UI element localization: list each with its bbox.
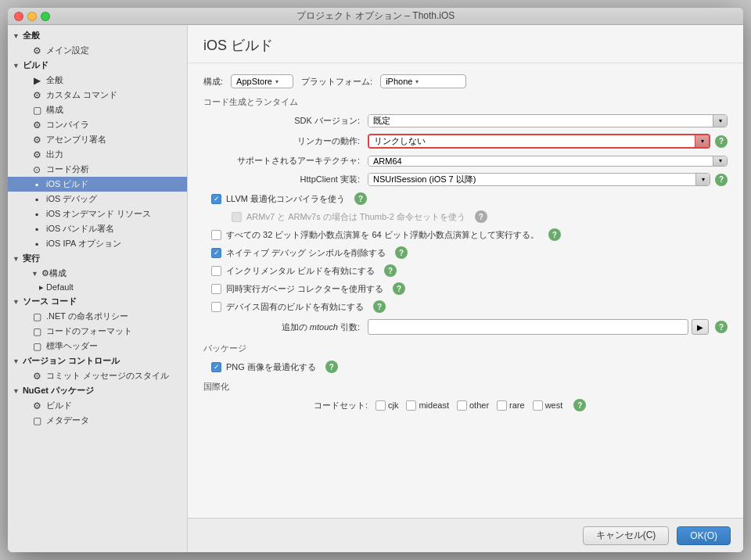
arrow-icon: ▼: [13, 62, 20, 70]
sidebar-group-build[interactable]: ▼ ビルド: [8, 58, 187, 73]
llvm-opt-checkbox[interactable]: [211, 194, 221, 204]
sidebar-group-run[interactable]: ▼ 実行: [8, 251, 187, 266]
mideast-checkbox[interactable]: [406, 400, 416, 411]
sidebar-item-nuget-build[interactable]: ⚙ ビルド: [8, 398, 187, 413]
native-debug-checkbox[interactable]: [211, 248, 221, 258]
ok-button[interactable]: OK(O): [677, 526, 731, 545]
mtouch-help-button[interactable]: ?: [715, 321, 728, 333]
sidebar-item-output[interactable]: ⚙ 出力: [8, 147, 187, 162]
mtouch-expand-button[interactable]: ▶: [692, 319, 709, 335]
sidebar-item-ios-ondemand[interactable]: ▪ iOS オンデマンド リソース: [8, 206, 187, 221]
sidebar-group-source[interactable]: ▼ ソース コード: [8, 294, 187, 309]
sidebar-item-assembly-signing[interactable]: ⚙ アセンブリ署名: [8, 132, 187, 147]
close-button[interactable]: [14, 12, 23, 21]
png-opt-checkbox[interactable]: [211, 362, 221, 372]
sidebar-item-main-settings[interactable]: ⚙ メイン設定: [8, 43, 187, 58]
square-icon: ▪: [31, 194, 42, 205]
float64-row: すべての 32 ビット浮動小数点演算を 64 ビット浮動小数点演算として実行する…: [203, 228, 728, 241]
incremental-build-checkbox[interactable]: [211, 266, 221, 276]
sidebar-item-code-format[interactable]: ▢ コードのフォーマット: [8, 324, 187, 339]
platform-value: iPhone: [386, 77, 412, 86]
device-build-checkbox[interactable]: [211, 302, 221, 312]
sidebar: ▼ 全般 ⚙ メイン設定 ▼ ビルド ▶ 全般 ⚙ カスタム コマンド ▢: [8, 25, 188, 552]
west-checkbox[interactable]: [533, 400, 543, 411]
sidebar-item-std-header[interactable]: ▢ 標準ヘッダー: [8, 339, 187, 354]
png-help-button[interactable]: ?: [325, 361, 338, 373]
arrow-icon: ▼: [13, 357, 20, 365]
gear-icon: ⚙: [31, 149, 42, 160]
concurrent-gc-help-button[interactable]: ?: [393, 282, 405, 295]
titlebar: プロジェクト オプション – Thoth.iOS: [8, 8, 743, 25]
minimize-button[interactable]: [27, 12, 37, 21]
codeset-mideast: mideast: [406, 400, 449, 411]
linker-help-button[interactable]: ?: [715, 135, 728, 148]
httpclient-help-button[interactable]: ?: [715, 174, 728, 186]
sidebar-item-run-config[interactable]: ▼ ⚙ 構成: [8, 266, 187, 281]
other-checkbox[interactable]: [457, 400, 467, 411]
chevron-down-icon[interactable]: ▾: [713, 156, 727, 166]
native-debug-help-button[interactable]: ?: [395, 246, 408, 259]
cjk-checkbox[interactable]: [376, 400, 386, 411]
sidebar-item-config[interactable]: ▢ 構成: [8, 102, 187, 117]
chevron-down-icon[interactable]: ▾: [695, 135, 709, 147]
config-value: AppStore: [236, 77, 272, 86]
sidebar-item-ios-debug[interactable]: ▪ iOS デバッグ: [8, 192, 187, 206]
linker-action-control: リンクしない ▾ ?: [368, 134, 728, 149]
thumb2-checkbox[interactable]: [232, 212, 242, 222]
main-window: プロジェクト オプション – Thoth.iOS ▼ 全般 ⚙ メイン設定 ▼ …: [8, 8, 743, 552]
httpclient-select[interactable]: NSUrlSession (iOS 7 以降) ▾: [368, 173, 710, 186]
gear-icon: ⚙: [31, 90, 42, 101]
arch-select[interactable]: ARM64 ▾: [368, 156, 728, 167]
sidebar-item-ios-bundle-signing[interactable]: ▪ iOS バンドル署名: [8, 221, 187, 236]
sidebar-item-label: iOS デバッグ: [46, 193, 97, 205]
sidebar-item-nuget-meta[interactable]: ▢ メタデータ: [8, 413, 187, 428]
arrow-icon: ▼: [13, 387, 20, 395]
platform-dropdown[interactable]: iPhone ▾: [380, 74, 466, 88]
sidebar-item-dotnet-naming[interactable]: ▢ .NET の命名ポリシー: [8, 309, 187, 324]
sidebar-item-custom-commands[interactable]: ⚙ カスタム コマンド: [8, 88, 187, 102]
thumb2-label: ARMv7 と ARMv7s の場合は Thumb-2 命令セットを使う: [246, 211, 465, 223]
gear-icon: ⚙: [31, 135, 42, 145]
device-build-help-button[interactable]: ?: [373, 300, 386, 313]
chevron-down-icon: ▾: [275, 78, 278, 85]
config-icon: ▢: [31, 105, 42, 116]
gear-icon: ⚙: [31, 120, 42, 131]
circle-icon: ⊙: [31, 164, 42, 175]
mtouch-input[interactable]: [368, 319, 688, 335]
float64-checkbox[interactable]: [211, 230, 221, 240]
sidebar-group-nuget[interactable]: ▼ NuGet パッケージ: [8, 383, 187, 398]
cancel-button[interactable]: キャンセル(C): [583, 526, 670, 545]
sidebar-item-build-general[interactable]: ▶ 全般: [8, 73, 187, 88]
linker-action-row: リンカーの動作: リンクしない ▾ ?: [203, 134, 728, 149]
codegen-section-label: コード生成とランタイム: [203, 96, 728, 108]
incremental-help-button[interactable]: ?: [384, 264, 397, 277]
sidebar-item-label: iOS バンドル署名: [46, 223, 114, 235]
sidebar-item-code-analysis[interactable]: ⊙ コード分析: [8, 162, 187, 177]
doc-icon: ▢: [31, 311, 42, 322]
chevron-down-icon[interactable]: ▾: [695, 174, 710, 185]
incremental-build-label: インクリメンタル ビルドを有効にする: [226, 265, 375, 277]
sidebar-item-run-default[interactable]: ▸ Default: [8, 281, 187, 294]
float64-help-button[interactable]: ?: [548, 228, 561, 241]
intl-help-button[interactable]: ?: [573, 399, 586, 411]
chevron-down-icon[interactable]: ▾: [713, 115, 727, 127]
thumb2-help-button[interactable]: ?: [475, 210, 487, 223]
codeset-label: コードセット:: [211, 400, 368, 411]
config-dropdown[interactable]: AppStore ▾: [231, 74, 293, 88]
chevron-down-icon: ▾: [415, 78, 419, 85]
sidebar-item-compiler[interactable]: ⚙ コンパイラ: [8, 117, 187, 132]
sidebar-group-vcs[interactable]: ▼ バージョン コントロール: [8, 354, 187, 368]
sdk-version-select[interactable]: 既定 ▾: [368, 114, 728, 127]
native-debug-row: ネイティブ デバッグ シンボルを削除する ?: [203, 246, 728, 259]
sidebar-item-ios-ipa[interactable]: ▪ iOS IPA オプション: [8, 236, 187, 251]
sidebar-item-ios-build[interactable]: ▪ iOS ビルド: [8, 177, 187, 192]
linker-action-select[interactable]: リンクしない ▾: [368, 134, 710, 149]
concurrent-gc-checkbox[interactable]: [211, 284, 221, 294]
zoom-button[interactable]: [41, 12, 50, 21]
sidebar-group-general[interactable]: ▼ 全般: [8, 28, 187, 43]
sidebar-item-label: 出力: [46, 149, 63, 160]
sidebar-item-label: iOS オンデマンド リソース: [46, 208, 151, 220]
llvm-help-button[interactable]: ?: [354, 192, 367, 205]
rare-checkbox[interactable]: [497, 400, 507, 411]
sidebar-item-commit-style[interactable]: ⚙ コミット メッセージのスタイル: [8, 368, 187, 383]
